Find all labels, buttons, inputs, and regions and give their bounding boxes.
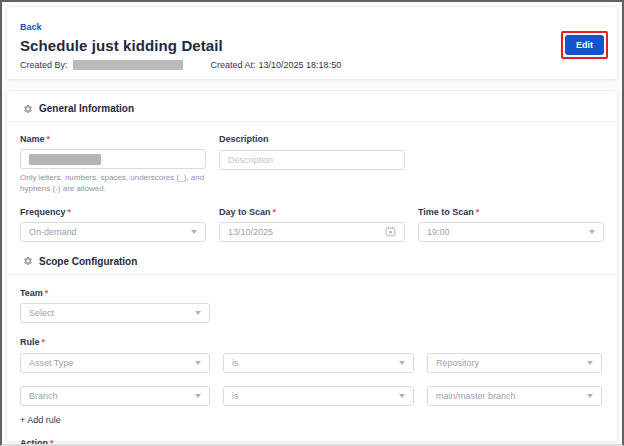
rule-block: Rule* Asset Type is Repository Branch — [20, 337, 604, 427]
header-card: Back Schedule just kidding Detail Create… — [6, 6, 618, 80]
required-marker: * — [42, 337, 46, 347]
required-marker: * — [68, 207, 72, 217]
frequency-label: Frequency* — [20, 207, 206, 217]
day-to-scan-field-block: Day to Scan* 13/10/2025 — [219, 207, 405, 242]
team-placeholder: Select — [29, 308, 54, 318]
add-rule-link[interactable]: + Add rule — [20, 415, 61, 425]
rule-label: Rule* — [20, 337, 604, 347]
time-to-scan-select[interactable]: 19:00 — [418, 222, 604, 242]
team-label: Team* — [20, 288, 210, 298]
required-marker: * — [50, 438, 54, 446]
rule-2-field-value: Branch — [29, 391, 58, 401]
day-to-scan-value: 13/10/2025 — [228, 227, 273, 237]
created-at-label: Created At: — [211, 60, 256, 70]
rule-2-value: main/master branch — [436, 391, 516, 401]
frequency-value: On-demand — [29, 227, 77, 237]
chevron-down-icon — [195, 361, 201, 365]
empty-column — [418, 134, 604, 195]
rule-1-operator-value: is — [232, 358, 239, 368]
description-label: Description — [219, 134, 405, 144]
gear-icon — [23, 104, 33, 114]
edit-annotation-box: Edit — [561, 31, 608, 59]
meta-row: Created By: Created At: 13/10/2025 18:18… — [20, 60, 604, 70]
chevron-down-icon — [589, 230, 595, 234]
name-input[interactable] — [20, 149, 206, 169]
detail-form-card: General Information Name* Only letters, … — [6, 90, 618, 442]
back-link[interactable]: Back — [20, 22, 42, 32]
name-helper-text: Only letters, numbers, spaces, underscor… — [20, 173, 206, 195]
rule-1-field-value: Asset Type — [29, 358, 73, 368]
calendar-icon — [385, 226, 396, 237]
action-block: Action* With all Source Control Assets m… — [20, 438, 604, 446]
rule-1-value: Repository — [436, 358, 479, 368]
description-field-block: Description — [219, 134, 405, 195]
rule-2-operator-select[interactable]: is — [223, 386, 414, 406]
page-frame: Back Schedule just kidding Detail Create… — [0, 0, 624, 446]
scope-configuration-section-header: Scope Configuration — [7, 256, 617, 275]
chevron-down-icon — [587, 394, 593, 398]
chevron-down-icon — [195, 394, 201, 398]
rule-2-value-select[interactable]: main/master branch — [427, 386, 602, 406]
required-marker: * — [476, 207, 480, 217]
page-title: Schedule just kidding Detail — [20, 37, 604, 54]
rule-2-operator-value: is — [232, 391, 239, 401]
created-by-label: Created By: — [20, 60, 68, 70]
required-marker: * — [45, 288, 49, 298]
name-field-block: Name* Only letters, numbers, spaces, und… — [20, 134, 206, 195]
rule-1-value-select[interactable]: Repository — [427, 353, 602, 373]
team-field-block: Team* Select — [20, 288, 210, 323]
rule-2-field-select[interactable]: Branch — [20, 386, 210, 406]
required-marker: * — [47, 134, 51, 144]
edit-button[interactable]: Edit — [565, 35, 604, 55]
chevron-down-icon — [195, 311, 201, 315]
chevron-down-icon — [399, 361, 405, 365]
redacted-created-by-value — [73, 60, 183, 70]
team-select[interactable]: Select — [20, 303, 210, 323]
gear-icon — [23, 256, 33, 266]
chevron-down-icon — [399, 394, 405, 398]
frequency-select[interactable]: On-demand — [20, 222, 206, 242]
description-input[interactable] — [219, 150, 405, 170]
day-to-scan-input[interactable]: 13/10/2025 — [219, 222, 405, 242]
time-to-scan-value: 19:00 — [427, 227, 450, 237]
time-to-scan-field-block: Time to Scan* 19:00 — [418, 207, 604, 242]
rule-rows: Asset Type is Repository Branch is — [20, 353, 604, 406]
general-information-title: General Information — [39, 103, 134, 114]
chevron-down-icon — [191, 230, 197, 234]
redacted-name-value — [29, 154, 101, 165]
scope-configuration-title: Scope Configuration — [39, 256, 137, 267]
name-label: Name* — [20, 134, 206, 144]
created-at-value: 13/10/2025 18:18:50 — [259, 60, 342, 70]
chevron-down-icon — [587, 361, 593, 365]
action-label: Action* — [20, 438, 604, 446]
required-marker: * — [273, 207, 277, 217]
rule-1-field-select[interactable]: Asset Type — [20, 353, 210, 373]
frequency-field-block: Frequency* On-demand — [20, 207, 206, 242]
rule-1-operator-select[interactable]: is — [223, 353, 414, 373]
day-to-scan-label: Day to Scan* — [219, 207, 405, 217]
time-to-scan-label: Time to Scan* — [418, 207, 604, 217]
general-information-section-header: General Information — [7, 103, 617, 122]
